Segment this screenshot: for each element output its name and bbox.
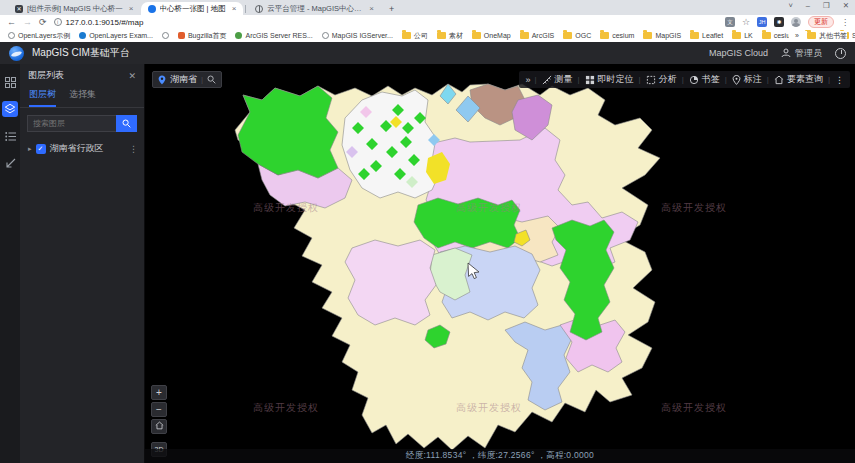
rail-overview-icon[interactable] — [2, 74, 18, 90]
layer-more-icon[interactable]: ⋮ — [129, 144, 138, 154]
rail-list-icon[interactable] — [2, 128, 18, 144]
bookmark-item[interactable]: MapGIS IGServer... — [322, 32, 393, 39]
bookmark-folder[interactable]: Leaflet — [690, 32, 723, 39]
new-tab-button[interactable]: + — [389, 4, 394, 14]
feature-query-tool[interactable]: 要素查询 — [774, 73, 823, 86]
folder-icon — [643, 32, 652, 39]
location-pin-icon — [158, 75, 166, 85]
bookmark-item[interactable]: OpenLayers示例 — [8, 31, 70, 41]
tab-selection-set[interactable]: 选择集 — [69, 88, 96, 107]
url-text: 127.0.0.1:9015/#/map — [66, 18, 144, 27]
back-button[interactable]: ← — [7, 17, 16, 27]
chip-divider: | — [201, 75, 203, 84]
browser-tab-2-active[interactable]: 中心桥一张图 | 地图 × — [141, 2, 244, 15]
close-icon[interactable]: ✕ — [128, 71, 136, 81]
folder-icon — [732, 32, 741, 39]
bookmark-item[interactable]: Bugzilla首页 — [178, 31, 227, 41]
search-icon[interactable] — [207, 75, 216, 84]
rail-extent-icon[interactable] — [2, 155, 18, 171]
analysis-tool[interactable]: 分析 — [646, 73, 677, 86]
app-header: MapGIS CIM基础平台 MapGIS Cloud 管理员 — [0, 42, 855, 64]
annotate-tool[interactable]: 标注 — [732, 73, 762, 86]
cloud-link[interactable]: MapGIS Cloud — [709, 48, 768, 58]
forward-button[interactable]: → — [23, 17, 32, 27]
map-zoom-controls: + − 3D — [151, 385, 167, 457]
home-extent-button[interactable] — [151, 419, 167, 434]
browser-tab-1[interactable]: ✕ [组件示例] MapGIS 中心桥一 × — [8, 2, 141, 15]
bookmark-folder[interactable]: OGC — [563, 32, 591, 39]
zoom-in-button[interactable]: + — [151, 385, 167, 400]
watermark-text: 高级开发授权 — [661, 401, 727, 415]
layer-search-button[interactable] — [116, 115, 137, 132]
omnibox[interactable]: i 127.0.0.1:9015/#/map — [54, 18, 144, 27]
realtime-locate-tool[interactable]: 即时定位 — [585, 73, 634, 86]
toolbar-expand-icon[interactable]: » — [525, 75, 529, 85]
place-search-chip[interactable]: 湖南省 | — [152, 71, 222, 88]
rect-select-icon — [646, 75, 656, 85]
profile-avatar[interactable] — [791, 17, 801, 27]
map-viewport[interactable]: 高级开发授权 高级开发授权 高级开发授权 高级开发授权 高级开发授权 高级开发授… — [145, 64, 855, 463]
expand-caret-icon[interactable]: ▸ — [28, 145, 32, 153]
bookmarks-tool[interactable]: 书签 — [689, 73, 720, 86]
ruler-icon — [542, 75, 552, 85]
tab-layer-tree[interactable]: 图层树 — [29, 88, 56, 107]
chrome-update-button[interactable]: 更新 — [808, 16, 834, 28]
address-bar-actions: 文 ☆ JH ✱ 更新 ⋮ — [725, 16, 849, 28]
bookmark-folder[interactable]: ArcGIS — [520, 32, 555, 39]
chevron-down-icon[interactable]: ˅ — [788, 1, 792, 10]
bookmark-item[interactable]: ArcGIS Server RES... — [235, 32, 312, 39]
extension-jh-icon[interactable]: JH — [757, 17, 767, 27]
workarea: 图层列表 ✕ 图层树 选择集 ▸ ✓ 湖南省行政区 ⋮ — [0, 64, 855, 463]
globe-icon — [8, 32, 15, 39]
power-icon[interactable] — [835, 48, 846, 59]
folder-icon — [762, 32, 771, 39]
watermark-text: 高级开发授权 — [661, 201, 727, 215]
minimize-button[interactable]: – — [806, 1, 810, 10]
tab-favicon-icon — [148, 5, 156, 13]
bookmark-folder[interactable]: OneMap — [472, 32, 511, 39]
dot-icon — [79, 32, 86, 39]
browser-menu-icon[interactable]: ⋮ — [841, 18, 849, 27]
tab-close-icon[interactable]: × — [129, 4, 134, 13]
tab-separator — [245, 5, 246, 13]
region-green-northwest — [238, 86, 338, 178]
zoom-out-button[interactable]: − — [151, 402, 167, 417]
bookmarks-overflow-area: » 其他书签 — [789, 31, 847, 41]
tab-favicon-icon — [255, 5, 263, 13]
feature-query-icon — [774, 75, 784, 85]
layer-name: 湖南省行政区 — [50, 142, 104, 155]
bookmark-item[interactable] — [162, 32, 169, 39]
rail-layers-icon[interactable] — [2, 101, 18, 117]
extension-icon[interactable]: ✱ — [774, 17, 784, 27]
globe-icon — [322, 32, 329, 39]
browser-tab-3[interactable]: 云平台管理 - MapGIS中心桥一张 × — [248, 2, 381, 15]
tab-close-icon[interactable]: × — [232, 4, 237, 13]
other-bookmarks-button[interactable]: 其他书签 — [807, 31, 847, 41]
bookmark-folder[interactable]: 公司 — [402, 31, 428, 41]
bookmark-folder[interactable]: cesium — [600, 32, 634, 39]
close-button[interactable]: ✕ — [843, 1, 849, 10]
bookmark-item[interactable]: OpenLayers Exam... — [79, 32, 153, 39]
translate-icon[interactable]: 文 — [725, 17, 735, 27]
layer-panel: 图层列表 ✕ 图层树 选择集 ▸ ✓ 湖南省行政区 ⋮ — [20, 64, 145, 463]
layer-tree-item[interactable]: ▸ ✓ 湖南省行政区 ⋮ — [20, 137, 144, 160]
tab-close-icon[interactable]: × — [369, 4, 374, 13]
user-menu[interactable]: 管理员 — [781, 47, 822, 60]
maximize-button[interactable]: ❐ — [823, 1, 830, 10]
home-icon — [155, 421, 164, 430]
bookmarks-overflow-button[interactable]: » — [795, 32, 799, 39]
toolbar-more-icon[interactable]: ⋮ — [835, 75, 844, 85]
layer-checkbox[interactable]: ✓ — [36, 144, 46, 154]
reload-button[interactable]: ⟳ — [39, 17, 47, 27]
folder-icon — [563, 32, 572, 39]
bookmark-folder[interactable]: LK — [732, 32, 753, 39]
measure-tool[interactable]: 测量 — [542, 73, 573, 86]
bookmark-star-icon[interactable]: ☆ — [742, 17, 750, 27]
bookmark-folder[interactable]: MapGIS — [643, 32, 681, 39]
bookmark-folder[interactable]: 素材 — [437, 31, 463, 41]
site-info-icon[interactable]: i — [54, 18, 62, 26]
layer-search-input[interactable] — [27, 115, 116, 132]
panel-title: 图层列表 — [28, 69, 64, 82]
bookmarks-bar: OpenLayers示例 OpenLayers Exam... Bugzilla… — [0, 29, 855, 42]
tab-title: 云平台管理 - MapGIS中心桥一张 — [267, 4, 363, 14]
